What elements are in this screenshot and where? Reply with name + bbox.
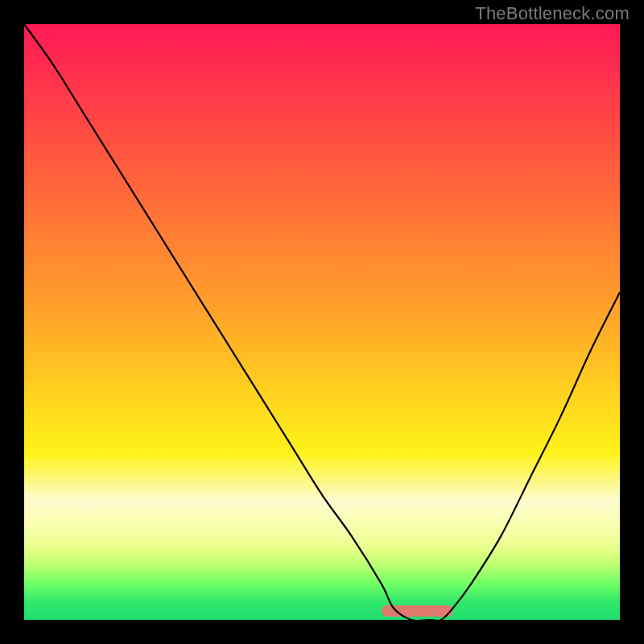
plot-area (24, 24, 620, 620)
curve-path (24, 24, 620, 620)
bottleneck-curve (24, 24, 620, 620)
watermark-text: TheBottleneck.com (475, 3, 630, 24)
